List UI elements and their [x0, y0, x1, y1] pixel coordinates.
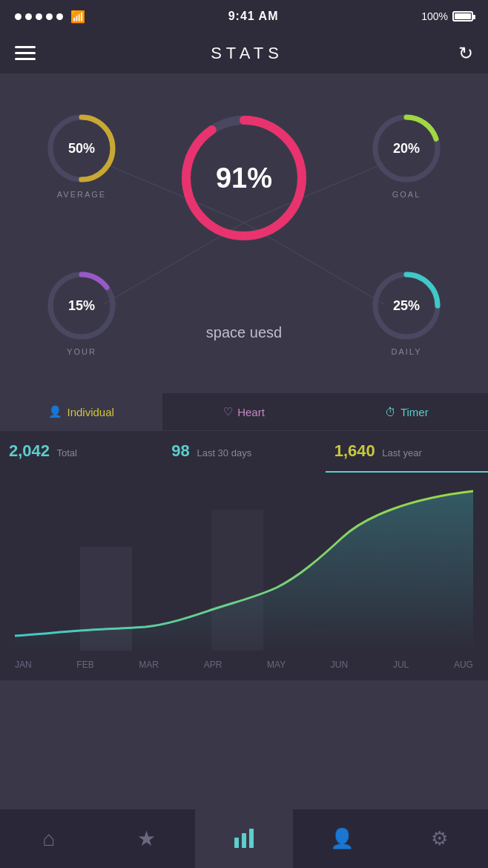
- tab-timer[interactable]: ⏱ Timer: [326, 393, 488, 430]
- battery-icon: [452, 11, 473, 22]
- individual-icon: 👤: [48, 405, 62, 418]
- signal-dots: [15, 13, 63, 20]
- month-jan: JAN: [15, 660, 32, 670]
- tab-timer-label: Timer: [400, 406, 429, 418]
- stat-total-value: 2,042: [9, 441, 50, 460]
- gauge-goal-svg: 20%: [369, 111, 444, 185]
- nav-home[interactable]: ⌂: [0, 809, 98, 868]
- menu-button[interactable]: [15, 46, 36, 60]
- month-aug: AUG: [454, 660, 473, 670]
- tab-individual[interactable]: 👤 Individual: [0, 393, 162, 430]
- gauge-goal-value: 20%: [393, 141, 420, 157]
- month-mar: MAR: [139, 660, 159, 670]
- gauge-goal: 20% GOAL: [369, 111, 444, 199]
- tabs: 👤 Individual ♡ Heart ⏱ Timer: [0, 393, 488, 431]
- page-title: STATS: [211, 44, 283, 63]
- timer-icon: ⏱: [385, 406, 396, 418]
- tab-individual-label: Individual: [67, 406, 113, 418]
- stats-area: 50% AVERAGE 20% GOAL 15%: [0, 74, 488, 393]
- gauge-average-label: AVERAGE: [57, 190, 106, 199]
- stats-row: 2,042 Total 98 Last 30 days 1,640 Last y…: [0, 431, 488, 473]
- svg-rect-16: [234, 838, 239, 848]
- gauge-your-label: YOUR: [67, 347, 96, 356]
- svg-rect-18: [249, 829, 254, 848]
- chart-labels: JAN FEB MAR APR MAY JUN JUL AUG: [15, 654, 473, 676]
- gauge-center: 91%: [177, 111, 311, 245]
- stat-lastyear-value: 1,640: [334, 441, 375, 460]
- nav-stats[interactable]: [195, 809, 293, 868]
- stat-total-label: Total: [56, 447, 76, 458]
- tab-heart-label: Heart: [237, 406, 265, 418]
- nav-favorites[interactable]: ★: [98, 809, 196, 868]
- gauge-average-value: 50%: [68, 141, 95, 157]
- nav-bar: STATS ↻: [0, 33, 488, 74]
- stat-30days-label: Last 30 days: [197, 447, 251, 458]
- month-may: MAY: [267, 660, 286, 670]
- month-apr: APR: [204, 660, 222, 670]
- svg-rect-17: [242, 833, 246, 848]
- gauge-daily-value: 25%: [393, 298, 420, 314]
- nav-settings[interactable]: ⚙: [390, 809, 488, 868]
- stat-total: 2,042 Total: [0, 431, 162, 473]
- space-used-label: space uesd: [206, 324, 282, 341]
- battery-percent: 100%: [421, 10, 448, 22]
- chart-svg: [15, 487, 473, 651]
- status-bar: 📶 9:41 AM 100%: [0, 0, 488, 33]
- gauge-average-svg: 50%: [44, 111, 119, 185]
- gauge-your-svg: 15%: [44, 269, 119, 343]
- nav-profile[interactable]: 👤: [293, 809, 391, 868]
- bottom-nav: ⌂ ★ 👤 ⚙: [0, 809, 488, 868]
- chart-area: JAN FEB MAR APR MAY JUN JUL AUG: [0, 473, 488, 680]
- battery-area: 100%: [421, 10, 473, 22]
- gauge-average: 50% AVERAGE: [44, 111, 119, 199]
- heart-icon: ♡: [223, 405, 233, 418]
- gauge-daily: 25% DAILY: [369, 269, 444, 356]
- status-time: 9:41 AM: [228, 10, 279, 23]
- gauge-daily-svg: 25%: [369, 269, 444, 343]
- month-feb: FEB: [76, 660, 93, 670]
- stat-lastyear-label: Last year: [382, 447, 421, 458]
- stat-30days-value: 98: [171, 441, 189, 460]
- gauge-goal-label: GOAL: [392, 190, 421, 199]
- tab-heart[interactable]: ♡ Heart: [162, 393, 325, 430]
- gauges-container: 50% AVERAGE 20% GOAL 15%: [15, 96, 473, 378]
- gauge-your: 15% YOUR: [44, 269, 119, 356]
- stat-lastyear: 1,640 Last year: [326, 431, 488, 473]
- gauge-your-value: 15%: [68, 298, 95, 314]
- month-jun: JUN: [331, 660, 348, 670]
- refresh-button[interactable]: ↻: [458, 43, 473, 64]
- gauge-daily-label: DAILY: [392, 347, 422, 356]
- gauge-center-value: 91%: [216, 162, 272, 194]
- tab-section: 👤 Individual ♡ Heart ⏱ Timer 2,042 Total…: [0, 393, 488, 473]
- month-jul: JUL: [393, 660, 409, 670]
- wifi-icon: 📶: [70, 10, 85, 24]
- stat-30days: 98 Last 30 days: [162, 431, 325, 473]
